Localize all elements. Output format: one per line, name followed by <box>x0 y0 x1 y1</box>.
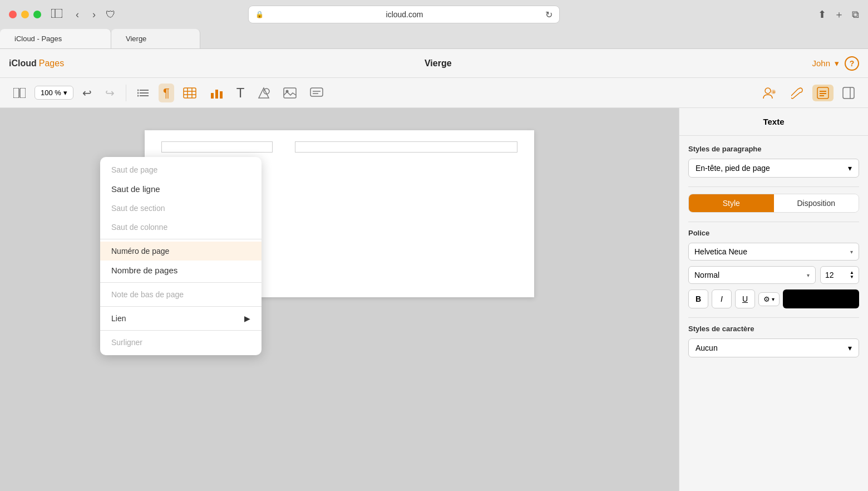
paragraph-style-select[interactable]: En-tête, pied de page ▾ <box>688 159 859 178</box>
submenu-arrow-icon: ▶ <box>244 314 250 323</box>
panel-separator-2 <box>688 222 859 222</box>
image-button[interactable] <box>279 85 301 101</box>
back-button[interactable]: ‹ <box>72 8 82 22</box>
menu-item-lien[interactable]: Lien ▶ <box>100 309 262 328</box>
disposition-button[interactable]: Disposition <box>774 194 859 212</box>
help-button[interactable]: ? <box>845 56 859 71</box>
insert-dropdown-menu: Saut de page Saut de ligne Saut de secti… <box>100 157 262 355</box>
text-button[interactable]: T <box>232 83 249 103</box>
font-style-select[interactable]: Normal ▾ <box>688 266 816 284</box>
character-style-select[interactable]: Aucun ▾ <box>688 338 859 357</box>
table-button[interactable] <box>179 85 201 101</box>
svg-rect-31 <box>843 87 854 99</box>
menu-item-saut-de-section[interactable]: Saut de section <box>100 199 262 218</box>
user-chevron: ▾ <box>835 58 839 68</box>
tab-vierge[interactable]: Vierge <box>111 29 200 48</box>
menu-item-nombre-de-pages[interactable]: Nombre de pages <box>100 261 262 280</box>
menu-item-label: Lien <box>111 314 126 323</box>
redo-button[interactable]: ↪ <box>101 84 119 102</box>
list-button[interactable] <box>133 86 154 100</box>
header-right-input[interactable] <box>295 141 517 153</box>
size-down-icon[interactable]: ▼ <box>850 275 854 279</box>
chevron-down-icon: ▾ <box>848 164 852 173</box>
tab1-label: iCloud - Pages <box>14 35 62 43</box>
text-color-picker[interactable] <box>783 289 859 308</box>
url-text: icloud.com <box>267 10 542 19</box>
font-size-field[interactable]: 12 ▲ ▼ <box>820 266 859 284</box>
panel-content: Styles de paragraphe En-tête, pied de pa… <box>679 136 868 491</box>
menu-item-label: Saut de section <box>111 204 165 213</box>
bold-button[interactable]: B <box>688 289 708 308</box>
menu-item-label: Saut de colonne <box>111 223 167 232</box>
styles-paragraphe-label: Styles de paragraphe <box>688 145 859 153</box>
tab-icloud-pages[interactable]: iCloud - Pages <box>0 29 111 48</box>
user-menu[interactable]: John ▾ <box>812 58 839 68</box>
sidebar-toggle-button[interactable] <box>48 8 66 22</box>
share-button[interactable]: ⬆ <box>818 8 826 21</box>
browser-actions: ⬆ ＋ ⧉ <box>818 8 859 21</box>
toolbar-right: + <box>758 84 859 102</box>
maximize-btn[interactable] <box>33 11 41 18</box>
paragraph-button[interactable]: ¶ <box>159 84 174 102</box>
tab2-label: Vierge <box>126 35 146 43</box>
forward-button[interactable]: › <box>89 8 99 22</box>
toolbar: 100 % ▾ ↩ ↪ ¶ T + <box>0 78 868 108</box>
italic-button[interactable]: I <box>712 289 732 308</box>
view-toggle-button[interactable] <box>9 86 30 100</box>
menu-item-label: Surligner <box>111 338 142 347</box>
address-bar[interactable]: 🔒 icloud.com ↻ <box>248 6 560 23</box>
zoom-button[interactable]: 100 % ▾ <box>34 86 73 100</box>
user-name: John <box>812 58 830 68</box>
police-label: Police <box>688 229 859 237</box>
chart-button[interactable] <box>205 85 228 101</box>
minimize-btn[interactable] <box>21 11 29 18</box>
menu-item-note-de-bas-de-page[interactable]: Note de bas de page <box>100 285 262 304</box>
menu-item-label: Numéro de page <box>111 247 169 256</box>
font-family-select[interactable]: Helvetica Neue ▾ <box>688 243 859 261</box>
lock-icon: 🔒 <box>255 11 264 18</box>
svg-rect-21 <box>310 88 323 96</box>
chevron-down-icon: ▾ <box>848 343 852 352</box>
svg-rect-3 <box>20 88 26 98</box>
brand-icloud: iCloud <box>9 58 37 68</box>
close-btn[interactable] <box>9 11 17 18</box>
chevron-down-icon: ▾ <box>850 249 853 255</box>
svg-point-8 <box>137 92 139 94</box>
menu-separator-3 <box>100 306 262 307</box>
svg-point-24 <box>765 88 771 94</box>
header-left-input[interactable] <box>161 141 273 153</box>
undo-button[interactable]: ↩ <box>78 84 96 102</box>
right-panel: Texte Styles de paragraphe En-tête, pied… <box>679 108 868 491</box>
underline-button[interactable]: U <box>735 289 755 308</box>
police-section: Police Helvetica Neue ▾ Normal ▾ 12 <box>688 229 859 308</box>
svg-rect-2 <box>13 88 19 98</box>
text-options-button[interactable]: ⚙ ▾ <box>758 292 780 306</box>
options-chevron: ▾ <box>772 296 775 302</box>
reload-button[interactable]: ↻ <box>545 9 553 20</box>
style-button[interactable]: Style <box>689 194 774 212</box>
menu-item-label: Note de bas de page <box>111 290 184 299</box>
document-area[interactable]: Saut de page Saut de ligne Saut de secti… <box>0 108 679 491</box>
gear-icon: ⚙ <box>763 295 770 303</box>
font-family-value: Helvetica Neue <box>694 247 747 256</box>
menu-separator-2 <box>100 282 262 283</box>
menu-item-numero-de-page[interactable]: Numéro de page <box>100 242 262 261</box>
menu-item-surligner[interactable]: Surligner <box>100 333 262 352</box>
svg-point-7 <box>137 89 139 91</box>
comment-button[interactable] <box>305 85 328 101</box>
style-disposition-toggle: Style Disposition <box>688 194 859 213</box>
collaborate-button[interactable]: + <box>758 84 782 102</box>
main-content: Saut de page Saut de ligne Saut de secti… <box>0 108 868 491</box>
menu-item-saut-de-ligne[interactable]: Saut de ligne <box>100 179 262 199</box>
sidebar-panel-button[interactable] <box>838 85 859 101</box>
new-tab-button[interactable]: ＋ <box>834 8 844 21</box>
menu-separator-4 <box>100 330 262 331</box>
tab-overview-button[interactable]: ⧉ <box>852 8 859 21</box>
menu-item-saut-de-colonne[interactable]: Saut de colonne <box>100 218 262 237</box>
format-button[interactable] <box>787 85 808 101</box>
menu-item-saut-de-page[interactable]: Saut de page <box>100 160 262 179</box>
svg-rect-17 <box>220 91 223 99</box>
shield-icon: 🛡 <box>106 9 116 21</box>
text-format-panel-button[interactable] <box>812 85 834 101</box>
shape-button[interactable] <box>253 85 274 101</box>
